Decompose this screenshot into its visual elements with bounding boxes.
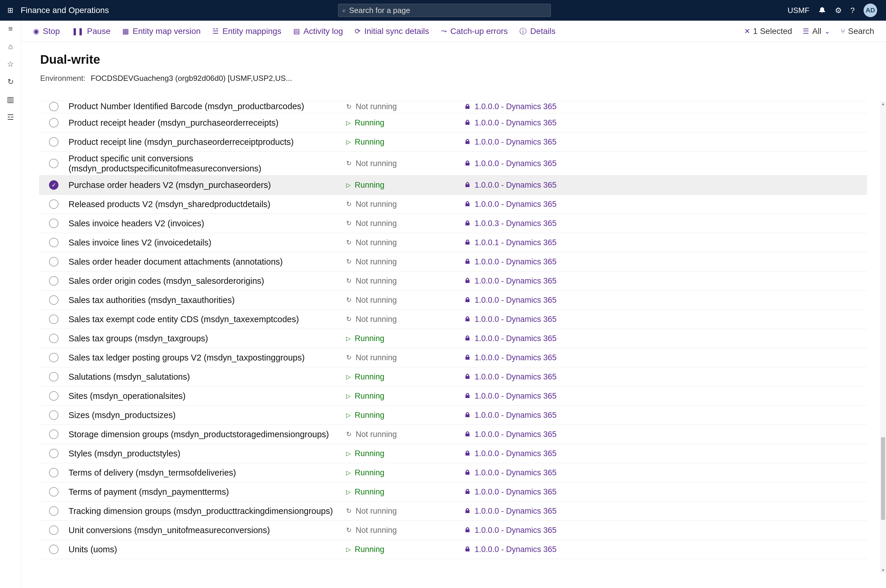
entity-name[interactable]: Terms of payment (msdyn_paymentterms) bbox=[69, 487, 346, 497]
version-cell[interactable]: 🔒︎1.0.0.0 - Dynamics 365 bbox=[464, 315, 630, 324]
row-selector[interactable] bbox=[39, 449, 69, 458]
table-row[interactable]: Styles (msdyn_productstyles)▷Running🔒︎1.… bbox=[39, 444, 867, 463]
table-row[interactable]: Released products V2 (msdyn_sharedproduc… bbox=[39, 195, 867, 214]
entity-name[interactable]: Units (uoms) bbox=[69, 544, 346, 554]
table-row[interactable]: Sales order header document attachments … bbox=[39, 252, 867, 272]
radio-icon[interactable] bbox=[49, 430, 59, 439]
row-selector[interactable] bbox=[39, 219, 69, 228]
entity-name[interactable]: Sales tax authorities (msdyn_taxauthorit… bbox=[69, 295, 346, 305]
search-input[interactable] bbox=[349, 6, 546, 15]
entity-mappings-button[interactable]: ☱Entity mappings bbox=[212, 27, 281, 36]
row-selector[interactable] bbox=[39, 102, 69, 111]
table-row[interactable]: Sales tax groups (msdyn_taxgroups)▷Runni… bbox=[39, 329, 867, 348]
table-row[interactable]: Sites (msdyn_operationalsites)▷Running🔒︎… bbox=[39, 387, 867, 406]
version-cell[interactable]: 🔒︎1.0.0.0 - Dynamics 365 bbox=[464, 449, 630, 458]
version-cell[interactable]: 🔒︎1.0.0.0 - Dynamics 365 bbox=[464, 468, 630, 477]
activity-log-button[interactable]: ▤Activity log bbox=[293, 27, 343, 36]
version-cell[interactable]: 🔒︎1.0.0.0 - Dynamics 365 bbox=[464, 488, 630, 496]
radio-icon[interactable] bbox=[49, 410, 59, 420]
version-cell[interactable]: 🔒︎1.0.0.0 - Dynamics 365 bbox=[464, 180, 630, 190]
entity-name[interactable]: Sales tax exempt code entity CDS (msdyn_… bbox=[69, 314, 346, 324]
radio-icon[interactable] bbox=[49, 391, 59, 400]
entity-name[interactable]: Unit conversions (msdyn_unitofmeasurecon… bbox=[69, 525, 346, 535]
row-selector[interactable] bbox=[39, 430, 69, 439]
entity-name[interactable]: Sites (msdyn_operationalsites) bbox=[69, 391, 346, 401]
row-selector[interactable] bbox=[39, 315, 69, 324]
row-selector[interactable] bbox=[39, 544, 69, 554]
app-launcher-icon[interactable]: ⊞ bbox=[0, 0, 21, 21]
row-selector[interactable] bbox=[39, 159, 69, 168]
table-row[interactable]: Product specific unit conversions (msdyn… bbox=[39, 152, 867, 176]
entity-name[interactable]: Sales invoice headers V2 (invoices) bbox=[69, 218, 346, 228]
table-row[interactable]: Tracking dimension groups (msdyn_product… bbox=[39, 501, 867, 521]
row-selector[interactable] bbox=[39, 487, 69, 496]
radio-icon[interactable] bbox=[49, 257, 59, 266]
row-selector[interactable] bbox=[39, 372, 69, 381]
entity-name[interactable]: Purchase order headers V2 (msdyn_purchas… bbox=[69, 180, 346, 190]
selection-count[interactable]: ✕1 Selected bbox=[744, 27, 792, 36]
table-row[interactable]: Terms of delivery (msdyn_termsofdeliveri… bbox=[39, 463, 867, 482]
version-cell[interactable]: 🔒︎1.0.0.1 - Dynamics 365 bbox=[464, 238, 630, 247]
version-cell[interactable]: 🔒︎1.0.0.0 - Dynamics 365 bbox=[464, 102, 630, 111]
pause-button[interactable]: ❚❚Pause bbox=[72, 27, 110, 36]
table-row[interactable]: Sales tax exempt code entity CDS (msdyn_… bbox=[39, 310, 867, 329]
entity-name[interactable]: Terms of delivery (msdyn_termsofdeliveri… bbox=[69, 468, 346, 478]
entity-name[interactable]: Product receipt line (msdyn_purchaseorde… bbox=[69, 137, 346, 147]
table-row[interactable]: Sales invoice lines V2 (invoicedetails)↻… bbox=[39, 233, 867, 252]
row-selector[interactable] bbox=[39, 118, 69, 128]
row-selector[interactable] bbox=[39, 180, 69, 190]
entity-name[interactable]: Sales order header document attachments … bbox=[69, 256, 346, 267]
version-cell[interactable]: 🔒︎1.0.0.3 - Dynamics 365 bbox=[464, 219, 630, 228]
version-cell[interactable]: 🔒︎1.0.0.0 - Dynamics 365 bbox=[464, 257, 630, 266]
scrollbar[interactable]: ▴ ▾ bbox=[880, 101, 886, 573]
home-icon[interactable]: ⌂ bbox=[6, 41, 16, 51]
help-icon[interactable]: ? bbox=[851, 6, 855, 15]
scroll-thumb[interactable] bbox=[881, 437, 885, 520]
radio-icon[interactable] bbox=[49, 315, 59, 324]
radio-icon[interactable] bbox=[49, 525, 59, 535]
row-selector[interactable] bbox=[39, 468, 69, 477]
version-cell[interactable]: 🔒︎1.0.0.0 - Dynamics 365 bbox=[464, 430, 630, 439]
radio-icon[interactable] bbox=[49, 334, 59, 343]
stop-button[interactable]: ◉Stop bbox=[33, 27, 60, 36]
star-icon[interactable]: ☆ bbox=[6, 59, 16, 69]
table-row[interactable]: Units (uoms)▷Running🔒︎1.0.0.0 - Dynamics… bbox=[39, 540, 867, 559]
radio-icon[interactable] bbox=[49, 238, 59, 247]
global-search[interactable]: ⌕ bbox=[338, 4, 551, 17]
table-row[interactable]: Sizes (msdyn_productsizes)▷Running🔒︎1.0.… bbox=[39, 406, 867, 425]
entity-name[interactable]: Sales tax groups (msdyn_taxgroups) bbox=[69, 333, 346, 344]
version-cell[interactable]: 🔒︎1.0.0.0 - Dynamics 365 bbox=[464, 526, 630, 535]
initial-sync-details-button[interactable]: ⟳Initial sync details bbox=[355, 27, 429, 36]
entity-name[interactable]: Salutations (msdyn_salutations) bbox=[69, 372, 346, 382]
version-cell[interactable]: 🔒︎1.0.0.0 - Dynamics 365 bbox=[464, 507, 630, 516]
table-row[interactable]: Salutations (msdyn_salutations)▷Running🔒… bbox=[39, 368, 867, 387]
radio-icon[interactable] bbox=[49, 506, 59, 516]
entity-name[interactable]: Sales tax ledger posting groups V2 (msdy… bbox=[69, 352, 346, 363]
row-selector[interactable] bbox=[39, 137, 69, 147]
version-cell[interactable]: 🔒︎1.0.0.0 - Dynamics 365 bbox=[464, 138, 630, 147]
gear-icon[interactable]: ⚙ bbox=[835, 6, 842, 15]
avatar[interactable]: AD bbox=[863, 3, 877, 17]
version-cell[interactable]: 🔒︎1.0.0.0 - Dynamics 365 bbox=[464, 296, 630, 305]
table-row[interactable]: Sales order origin codes (msdyn_salesord… bbox=[39, 272, 867, 291]
catch-up-errors-button[interactable]: ⤳Catch-up errors bbox=[441, 27, 508, 36]
radio-icon[interactable] bbox=[49, 200, 59, 209]
table-row[interactable]: Sales tax ledger posting groups V2 (msdy… bbox=[39, 348, 867, 368]
version-cell[interactable]: 🔒︎1.0.0.0 - Dynamics 365 bbox=[464, 545, 630, 554]
table-row[interactable]: Storage dimension groups (msdyn_products… bbox=[39, 425, 867, 444]
entity-name[interactable]: Tracking dimension groups (msdyn_product… bbox=[69, 506, 346, 516]
filter-all[interactable]: ☰All⌄ bbox=[803, 27, 830, 36]
row-selector[interactable] bbox=[39, 391, 69, 400]
entity-name[interactable]: Product Number Identified Barcode (msdyn… bbox=[69, 101, 346, 111]
row-selector[interactable] bbox=[39, 200, 69, 209]
entity-name[interactable]: Sizes (msdyn_productsizes) bbox=[69, 410, 346, 420]
table-row[interactable]: Product receipt line (msdyn_purchaseorde… bbox=[39, 132, 867, 152]
scroll-down-icon[interactable]: ▾ bbox=[880, 567, 886, 573]
table-row[interactable]: Purchase order headers V2 (msdyn_purchas… bbox=[39, 176, 867, 195]
row-selector[interactable] bbox=[39, 257, 69, 266]
radio-icon[interactable] bbox=[49, 102, 59, 111]
row-selector[interactable] bbox=[39, 410, 69, 420]
entity-name[interactable]: Styles (msdyn_productstyles) bbox=[69, 448, 346, 459]
radio-icon[interactable] bbox=[49, 276, 59, 286]
radio-icon[interactable] bbox=[49, 137, 59, 147]
